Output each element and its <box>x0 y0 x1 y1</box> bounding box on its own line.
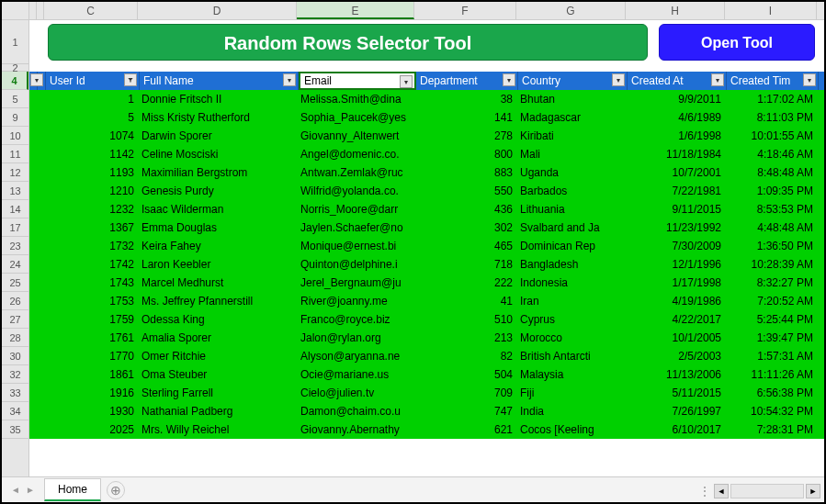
cell-G[interactable]: Cocos [Keeling <box>516 420 626 439</box>
header-cell-D[interactable]: Full Name <box>140 72 299 90</box>
cell-C[interactable]: 2025 <box>44 420 138 439</box>
cell-F[interactable]: 621 <box>414 420 516 439</box>
cell-E[interactable]: Giovanny_Altenwert <box>297 127 414 145</box>
row-header-23[interactable]: 23 <box>2 237 28 255</box>
cell-B[interactable] <box>37 182 44 200</box>
cell-H[interactable]: 10/1/2005 <box>626 329 725 347</box>
cell-B[interactable] <box>37 200 44 218</box>
cell-E[interactable]: Franco@royce.biz <box>297 310 414 329</box>
cell-G[interactable]: Cyprus <box>516 310 626 329</box>
cell-F[interactable]: 302 <box>414 218 516 237</box>
cell-I[interactable]: 6:56:38 PM <box>725 384 817 402</box>
cell-A[interactable] <box>29 420 37 439</box>
cell-C[interactable]: 1761 <box>44 329 138 347</box>
cell-E[interactable]: Jerel_Bergnaum@ju <box>297 274 414 292</box>
row-header-2[interactable]: 2 <box>2 64 28 72</box>
cell-H[interactable]: 6/10/2017 <box>626 420 725 439</box>
cell-D[interactable]: Amalia Sporer <box>138 329 297 347</box>
filter-dropdown-icon[interactable] <box>503 73 515 86</box>
cell-E[interactable]: Antwan.Zemlak@ruc <box>297 163 414 182</box>
row-header-14[interactable]: 14 <box>2 200 28 218</box>
row-header-30[interactable]: 30 <box>2 347 28 365</box>
cell-I[interactable]: 10:01:55 AM <box>725 127 817 145</box>
row-header-26[interactable]: 26 <box>2 292 28 310</box>
filter-dropdown-icon[interactable] <box>400 75 413 88</box>
cell-G[interactable]: Bangladesh <box>516 255 626 274</box>
cell-I[interactable]: 8:48:48 AM <box>725 163 817 182</box>
cell-B[interactable] <box>37 384 44 402</box>
column-header-B[interactable] <box>37 2 44 19</box>
cell-G[interactable]: Indonesia <box>516 274 626 292</box>
row-header-25[interactable]: 25 <box>2 274 28 292</box>
cell-E[interactable]: Alyson@aryanna.ne <box>297 347 414 365</box>
cell-I[interactable]: 1:39:47 PM <box>725 329 817 347</box>
header-cell-H[interactable]: Created At <box>628 72 727 90</box>
cell-F[interactable]: 510 <box>414 310 516 329</box>
cell-C[interactable]: 1770 <box>44 347 138 365</box>
header-cell-E[interactable]: Email <box>299 72 416 90</box>
header-cell-F[interactable]: Department <box>416 72 518 90</box>
cell-C[interactable]: 1930 <box>44 402 138 420</box>
row-header-11[interactable]: 11 <box>2 145 28 163</box>
cell-B[interactable] <box>37 274 44 292</box>
cell-G[interactable]: Fiji <box>516 384 626 402</box>
cell-A[interactable] <box>29 384 37 402</box>
cell-I[interactable]: 8:11:03 PM <box>725 108 817 127</box>
cell-F[interactable]: 465 <box>414 237 516 255</box>
cell-D[interactable]: Emma Douglas <box>138 218 297 237</box>
cell-I[interactable]: 10:28:39 AM <box>725 255 817 274</box>
cell-I[interactable]: 1:17:02 AM <box>725 90 817 108</box>
cell-A[interactable] <box>29 182 37 200</box>
cell-D[interactable]: Celine Mosciski <box>138 145 297 163</box>
cell-A[interactable] <box>29 127 37 145</box>
cell-H[interactable]: 1/17/1998 <box>626 274 725 292</box>
cell-F[interactable]: 278 <box>414 127 516 145</box>
cell-A[interactable] <box>29 163 37 182</box>
cell-C[interactable]: 1 <box>44 90 138 108</box>
cell-E[interactable]: Jalon@rylan.org <box>297 329 414 347</box>
cell-E[interactable]: Damon@chaim.co.u <box>297 402 414 420</box>
cell-C[interactable]: 1367 <box>44 218 138 237</box>
cell-A[interactable] <box>29 292 37 310</box>
cell-C[interactable]: 1742 <box>44 255 138 274</box>
cell-C[interactable]: 1193 <box>44 163 138 182</box>
cell-F[interactable]: 504 <box>414 365 516 384</box>
cell-H[interactable]: 10/7/2001 <box>626 163 725 182</box>
cell-E[interactable]: Giovanny.Abernathy <box>297 420 414 439</box>
row-header-12[interactable]: 12 <box>2 163 28 182</box>
cell-H[interactable]: 7/22/1981 <box>626 182 725 200</box>
cell-G[interactable]: Bhutan <box>516 90 626 108</box>
row-header-35[interactable]: 35 <box>2 420 28 439</box>
row-header-10[interactable]: 10 <box>2 127 28 145</box>
cell-H[interactable]: 11/18/1984 <box>626 145 725 163</box>
row-header-28[interactable]: 28 <box>2 329 28 347</box>
cell-B[interactable] <box>37 145 44 163</box>
cell-E[interactable]: River@joanny.me <box>297 292 414 310</box>
cell-I[interactable]: 8:32:27 PM <box>725 274 817 292</box>
cell-I[interactable]: 10:54:32 PM <box>725 402 817 420</box>
cell-B[interactable] <box>37 365 44 384</box>
cell-C[interactable]: 1210 <box>44 182 138 200</box>
cell-G[interactable]: Dominican Rep <box>516 237 626 255</box>
cell-I[interactable]: 8:53:53 PM <box>725 200 817 218</box>
cell-H[interactable]: 5/11/2015 <box>626 384 725 402</box>
cell-D[interactable]: Miss Kristy Rutherford <box>138 108 297 127</box>
row-header-4[interactable]: 4 <box>2 72 28 90</box>
cell-B[interactable] <box>37 237 44 255</box>
cell-E[interactable]: Cielo@julien.tv <box>297 384 414 402</box>
tab-next-icon[interactable]: ► <box>24 484 37 497</box>
cell-G[interactable]: Barbados <box>516 182 626 200</box>
cell-G[interactable]: Kiribati <box>516 127 626 145</box>
cell-H[interactable]: 11/13/2006 <box>626 365 725 384</box>
cell-F[interactable]: 436 <box>414 200 516 218</box>
cell-B[interactable] <box>37 163 44 182</box>
cell-E[interactable]: Melissa.Smith@dina <box>297 90 414 108</box>
cell-B[interactable] <box>37 329 44 347</box>
cell-F[interactable]: 222 <box>414 274 516 292</box>
cell-D[interactable]: Keira Fahey <box>138 237 297 255</box>
cell-D[interactable]: Sterling Farrell <box>138 384 297 402</box>
cell-A[interactable] <box>29 255 37 274</box>
cell-H[interactable]: 9/9/2011 <box>626 90 725 108</box>
cell-D[interactable]: Odessa King <box>138 310 297 329</box>
cell-D[interactable]: Oma Steuber <box>138 365 297 384</box>
